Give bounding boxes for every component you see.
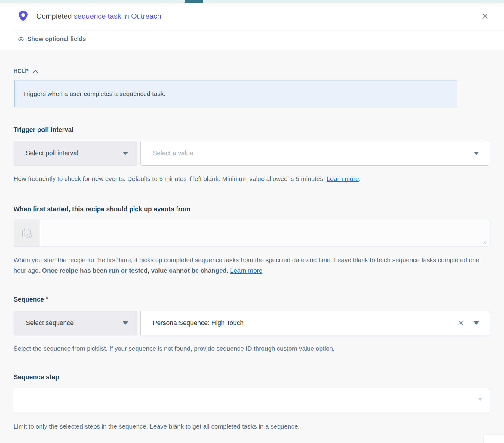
start-from-hint: When you start the recipe for the first … (14, 255, 489, 276)
poll-interval-schema-select[interactable]: Select poll interval (14, 141, 137, 166)
help-section-label: HELP (14, 68, 29, 74)
poll-interval-learn-more-link[interactable]: Learn more (327, 175, 359, 182)
sequence-schema-select[interactable]: Select sequence (14, 311, 137, 335)
trigger-config-form: HELP Triggers when a user completes a se… (0, 68, 504, 432)
dropdown-triangle-icon (123, 152, 128, 155)
field-sequence: Sequence* Select sequence Persona Sequen… (14, 296, 489, 354)
chevron-up-icon (32, 70, 38, 73)
required-asterisk: * (46, 296, 48, 302)
field-trigger-poll-interval: Trigger poll interval Select poll interv… (14, 126, 489, 184)
title-in: in (121, 12, 131, 20)
close-icon (481, 12, 489, 20)
show-optional-fields-button[interactable]: Show optional fields (0, 30, 86, 49)
title-app-link[interactable]: Outreach (131, 12, 161, 20)
eye-icon (18, 37, 24, 41)
sequence-label: Sequence* (14, 296, 489, 303)
poll-interval-value-input[interactable]: Select a value (140, 141, 489, 166)
sequence-select-label: Select sequence (26, 319, 74, 327)
show-optional-fields-label: Show optional fields (27, 36, 86, 42)
poll-interval-label: Trigger poll interval (14, 126, 489, 134)
browser-top-strip (0, 0, 504, 3)
clear-x-icon (457, 320, 464, 326)
help-widget-button[interactable] (484, 435, 504, 443)
calendar-clock-icon (20, 227, 33, 240)
help-callout: Triggers when a user completes a sequenc… (14, 80, 457, 107)
start-from-hint-bold: Once recipe has been run or tested, valu… (42, 267, 229, 274)
active-tab-indicator (185, 0, 203, 3)
dropdown-triangle-icon (474, 152, 479, 155)
resize-grip-icon[interactable] (482, 240, 487, 245)
title-completed: Completed (36, 12, 72, 20)
field-sequence-step: Sequence step Limit to only the selected… (14, 373, 489, 432)
sequence-hint: Select the sequence from picklist. If yo… (14, 343, 489, 354)
sequence-value: Persona Sequence: High Touch (153, 319, 244, 327)
dropdown-triangle-icon (478, 398, 482, 401)
dropdown-triangle-icon (474, 321, 479, 325)
header-divider (14, 30, 504, 30)
page-title: Completed sequence task in Outreach (36, 12, 161, 20)
help-callout-text: Triggers when a user completes a sequenc… (23, 90, 165, 98)
poll-interval-hint: How frequently to check for new events. … (14, 173, 489, 184)
sequence-step-input[interactable] (14, 388, 489, 413)
poll-interval-select-label: Select poll interval (26, 150, 78, 157)
poll-interval-placeholder: Select a value (153, 150, 193, 157)
start-from-label: When first started, this recipe should p… (14, 206, 489, 213)
field-start-from: When first started, this recipe should p… (14, 206, 489, 276)
sequence-label-text: Sequence (14, 296, 44, 303)
start-from-datetime-input[interactable] (14, 220, 489, 247)
dropdown-triangle-icon (123, 321, 128, 325)
sequence-step-hint: Limit to only the selected steps in the … (14, 421, 489, 432)
trigger-header: Completed sequence task in Outreach Show… (0, 3, 504, 49)
datetime-picker-button[interactable] (14, 220, 40, 246)
help-section-toggle[interactable]: HELP (14, 68, 489, 74)
start-from-learn-more-link[interactable]: Learn more (230, 267, 262, 274)
title-sequence-task-link[interactable]: sequence task (74, 12, 121, 20)
poll-interval-hint-period: . (359, 175, 361, 182)
poll-interval-hint-text: How frequently to check for new events. … (14, 175, 327, 182)
sequence-value-input[interactable]: Persona Sequence: High Touch (140, 311, 489, 335)
outreach-logo-icon (18, 11, 28, 22)
sequence-step-label: Sequence step (14, 373, 489, 381)
close-button[interactable] (481, 12, 490, 21)
sequence-clear-button[interactable] (457, 319, 465, 327)
